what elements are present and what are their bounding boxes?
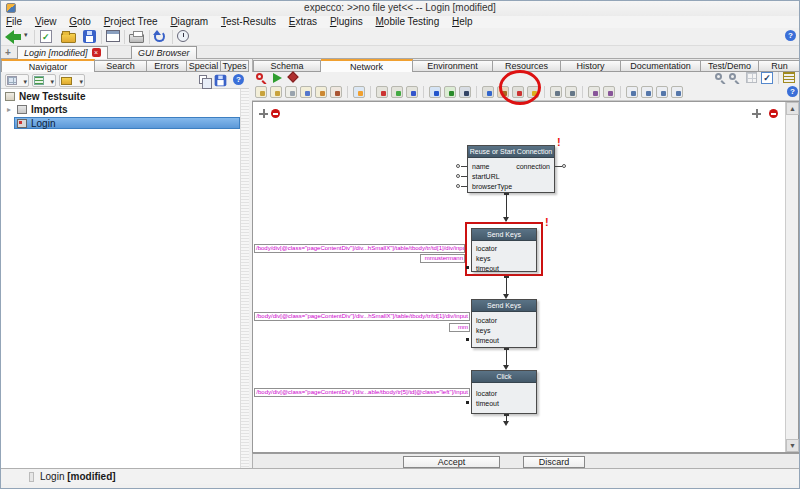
diagram-canvas[interactable]: Reuse or Start Connection name startURL … [252,101,799,453]
step-reuse-or-start-connection[interactable]: Reuse or Start Connection name startURL … [467,145,555,193]
menu-diagram[interactable]: Diagram [165,16,213,28]
add-output-pin-icon[interactable] [752,109,761,118]
align-vertical-icon[interactable] [550,86,562,98]
menu-project-tree[interactable]: Project Tree [99,16,163,28]
connection-line[interactable] [506,348,507,365]
insert-output-pin-icon[interactable] [406,86,418,98]
tab-resources[interactable]: Resources [493,60,561,71]
tab-search[interactable]: Search [95,60,147,71]
save-button[interactable] [83,30,101,44]
search-step-icon[interactable] [256,73,263,80]
add-step-icon[interactable] [255,86,267,98]
palette-icon[interactable] [353,86,365,98]
open-file-button[interactable] [61,30,79,44]
remove-input-pin-icon[interactable] [271,109,280,118]
connect-pins-icon[interactable] [429,86,441,98]
menu-goto[interactable]: Goto [64,16,96,28]
back-button[interactable] [5,30,23,44]
add-input-pin-icon[interactable] [259,109,268,118]
tab-types[interactable]: Types [221,60,249,71]
connection-line[interactable] [506,276,507,294]
notes-icon[interactable] [783,72,795,83]
step-send-keys-1[interactable]: Send Keys locator keys timeout [471,228,537,272]
pin-starturl[interactable]: startURL [472,173,500,181]
menu-mobile-testing[interactable]: Mobile Testing [370,16,444,28]
tree-row-login[interactable]: Login [14,117,240,129]
tab-special[interactable]: Special [187,60,221,71]
pin-connection[interactable]: connection [516,163,550,171]
pin-timeout[interactable]: timeout [476,265,499,273]
new-tab-button[interactable]: + [5,47,11,58]
tab-errors[interactable]: Errors [147,60,187,71]
new-window-button[interactable] [106,30,124,44]
split-connection-icon[interactable] [603,86,615,98]
snap-checkbox[interactable]: ✓ [761,72,773,84]
pin-order-3-icon[interactable] [656,86,668,98]
xpath-value-label[interactable]: /body/div[@class="pageContentDiv"]/div..… [254,312,470,321]
help-icon[interactable]: ? [785,30,796,41]
zoom-in-icon[interactable] [715,73,722,80]
pin-connector-icon[interactable] [456,174,460,178]
insert-step-icon[interactable] [391,86,403,98]
xpath-value-label[interactable]: /body/div[@class="pageContentDiv"]/div..… [254,244,465,253]
tab-navigator[interactable]: Navigator [1,59,95,72]
pin-name[interactable]: name [472,163,490,171]
add-page-icon[interactable] [285,86,297,98]
tab-test-demo[interactable]: Test/Demo [701,60,759,71]
pin-locator[interactable]: locator [476,245,497,253]
pin-connector-icon[interactable] [456,184,460,188]
delete-step-icon[interactable] [330,86,342,98]
grid-toggle-icon[interactable] [746,72,757,83]
tree-row-imports[interactable]: ▸ Imports [1,104,239,116]
rotate-step-icon[interactable] [565,86,577,98]
step-click[interactable]: Click locator timeout [471,370,537,414]
save-item-button[interactable] [215,75,227,87]
tab-schema[interactable]: Schema [253,60,321,71]
tree-scrollbar[interactable] [240,89,249,468]
debug-icon[interactable] [287,71,298,82]
insert-input-pin-icon[interactable] [376,86,388,98]
navigator-help-icon[interactable]: ? [233,74,244,85]
view-mode-button[interactable]: ▾ [5,74,29,87]
scroll-up-icon[interactable]: ▲ [786,102,799,115]
pin-order-1-icon[interactable] [626,86,638,98]
pin-timeout[interactable]: timeout [476,337,499,345]
step-settings-blue-icon[interactable] [482,86,494,98]
join-connection-icon[interactable] [588,86,600,98]
tab-history[interactable]: History [561,60,621,71]
copy-item-button[interactable] [199,75,207,84]
tree-mode-button[interactable]: ▾ [32,74,56,87]
save-snippet-icon[interactable] [300,86,312,98]
keys-value-label[interactable]: mm [449,323,470,332]
new-item-button[interactable]: ▾ [59,74,85,87]
zoom-out-icon[interactable] [729,73,736,80]
accept-button[interactable]: Accept [403,456,500,468]
canvas-scrollbar[interactable]: ▲ ▼ [785,102,798,452]
pin-locator[interactable]: locator [476,390,497,398]
pin-connector-icon[interactable] [562,164,566,168]
add-block-icon[interactable] [270,86,282,98]
print-button[interactable] [129,30,147,44]
apply-button[interactable] [40,30,58,44]
menu-extras[interactable]: Extras [284,16,322,28]
doc-tab-gui-browser[interactable]: GUI Browser [131,46,197,59]
run-icon[interactable] [273,73,282,83]
pin-timeout[interactable]: timeout [476,400,499,408]
remove-output-pin-icon[interactable] [769,109,778,118]
back-dropdown-icon[interactable]: ▾ [24,31,28,39]
history-settings-button[interactable] [177,30,195,44]
pin-keys[interactable]: keys [476,327,490,335]
network-help-icon[interactable]: ? [787,86,798,97]
tree-row-testsuite[interactable]: New Testsuite [1,91,239,103]
keys-value-label[interactable]: mmustermann [420,254,465,263]
undo-button[interactable] [154,30,172,44]
menu-file[interactable]: File [1,16,27,28]
pin-order-4-icon[interactable] [671,86,683,98]
pin-browsertype[interactable]: browserType [472,183,512,191]
doc-tab-login[interactable]: Login [modified]× [17,46,108,59]
connection-line[interactable] [506,414,507,421]
tab-documentation[interactable]: Documentation [621,60,701,71]
pin-order-2-icon[interactable] [641,86,653,98]
discard-button[interactable]: Discard [523,456,585,468]
group-steps-icon[interactable] [459,86,471,98]
